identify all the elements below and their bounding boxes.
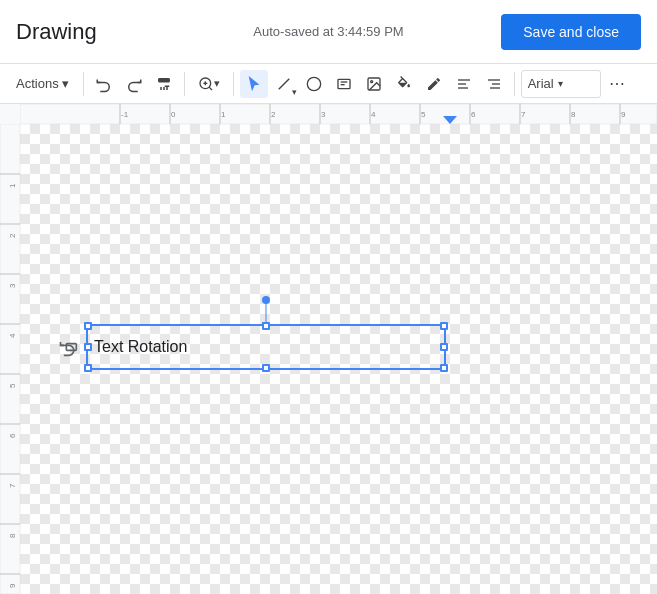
svg-rect-19: [0, 104, 20, 124]
svg-text:6: 6: [8, 433, 17, 438]
svg-text:1: 1: [8, 183, 17, 188]
align-right-icon: [486, 76, 502, 92]
shape-icon: [306, 76, 322, 92]
app-header: Drawing Auto-saved at 3:44:59 PM Save an…: [0, 0, 657, 64]
text-value: Text Rotation: [94, 338, 187, 356]
svg-rect-18: [0, 124, 20, 594]
text-box-container[interactable]: Text Rotation: [86, 324, 446, 370]
svg-text:6: 6: [471, 110, 476, 119]
undo-icon: [95, 75, 113, 93]
svg-text:7: 7: [8, 483, 17, 488]
toolbar-divider-1: [83, 72, 84, 96]
zoom-button[interactable]: ▾: [191, 70, 227, 98]
zoom-icon: [198, 76, 214, 92]
image-icon: [366, 76, 382, 92]
actions-chevron-icon: ▾: [62, 76, 69, 91]
line-chevron-icon: ▾: [292, 87, 297, 97]
paint-format-button[interactable]: [150, 70, 178, 98]
svg-text:3: 3: [8, 283, 17, 288]
align-right-button[interactable]: [480, 70, 508, 98]
toolbar-divider-2: [184, 72, 185, 96]
svg-text:4: 4: [371, 110, 376, 119]
text-content[interactable]: Text Rotation: [86, 324, 446, 370]
redo-button[interactable]: [120, 70, 148, 98]
svg-text:9: 9: [621, 110, 626, 119]
paint-format-icon: [155, 75, 173, 93]
svg-text:7: 7: [521, 110, 526, 119]
textbox-icon: [336, 76, 352, 92]
svg-line-4: [278, 78, 289, 89]
actions-label: Actions: [16, 76, 59, 91]
svg-text:3: 3: [321, 110, 326, 119]
svg-text:-1: -1: [121, 110, 129, 119]
save-close-button[interactable]: Save and close: [501, 14, 641, 50]
font-name-label: Arial: [528, 76, 554, 91]
line-tool-button[interactable]: ▾: [270, 70, 298, 98]
align-left-button[interactable]: [450, 70, 478, 98]
redo-icon: [125, 75, 143, 93]
svg-text:0: 0: [171, 110, 176, 119]
app-title: Drawing: [16, 19, 97, 45]
image-tool-button[interactable]: [360, 70, 388, 98]
undo-button[interactable]: [90, 70, 118, 98]
select-icon: [246, 76, 262, 92]
font-selector[interactable]: Arial ▾: [521, 70, 601, 98]
autosave-status: Auto-saved at 3:44:59 PM: [253, 24, 403, 39]
align-left-icon: [456, 76, 472, 92]
toolbar-divider-3: [233, 72, 234, 96]
line-color-button[interactable]: [420, 70, 448, 98]
svg-point-5: [307, 77, 320, 90]
font-chevron-icon: ▾: [558, 78, 563, 89]
rotation-handle[interactable]: [262, 296, 270, 304]
zoom-chevron: ▾: [214, 77, 220, 90]
actions-menu-button[interactable]: Actions ▾: [8, 70, 77, 98]
pen-icon: [426, 76, 442, 92]
svg-line-1: [209, 87, 212, 90]
svg-text:9: 9: [8, 583, 17, 588]
svg-text:1: 1: [221, 110, 226, 119]
canvas-wrapper: -1 0 1 2 3 4 5 6 7 8 9 1 2 3 4 5 6 7: [0, 104, 657, 594]
svg-text:8: 8: [8, 533, 17, 538]
fill-icon: [396, 76, 412, 92]
more-options-button[interactable]: ⋯: [603, 70, 631, 98]
svg-marker-61: [443, 116, 457, 124]
select-tool-button[interactable]: [240, 70, 268, 98]
textbox-tool-button[interactable]: [330, 70, 358, 98]
line-icon: [275, 75, 293, 93]
more-icon: ⋯: [609, 74, 624, 93]
rotation-line: [266, 302, 267, 322]
svg-text:8: 8: [571, 110, 576, 119]
svg-text:5: 5: [421, 110, 426, 119]
toolbar-divider-4: [514, 72, 515, 96]
svg-text:2: 2: [271, 110, 276, 119]
svg-rect-17: [20, 104, 657, 124]
toolbar: Actions ▾ ▾: [0, 64, 657, 104]
svg-point-10: [370, 80, 372, 82]
text-rotate-icon: [54, 324, 82, 370]
svg-text:5: 5: [8, 383, 17, 388]
svg-text:2: 2: [8, 233, 17, 238]
svg-text:4: 4: [8, 333, 17, 338]
fill-color-button[interactable]: [390, 70, 418, 98]
shape-tool-button[interactable]: [300, 70, 328, 98]
